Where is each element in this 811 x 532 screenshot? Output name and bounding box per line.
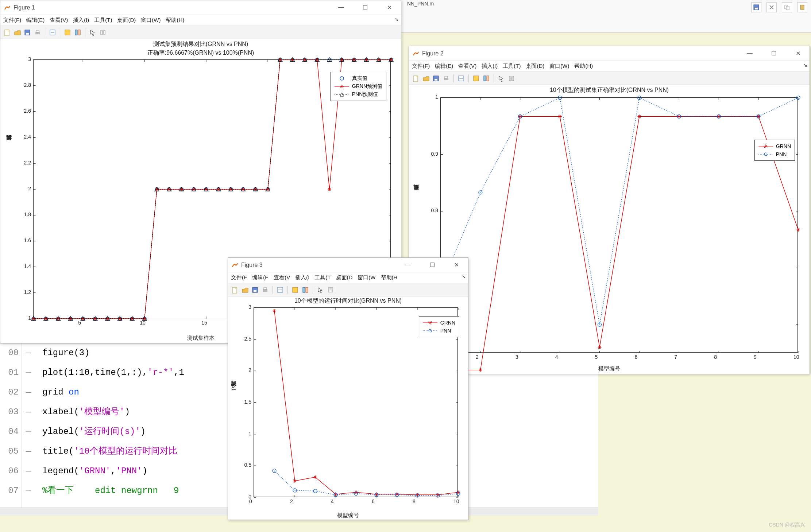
ytick: 1 bbox=[19, 315, 31, 321]
figure-3-window[interactable]: Figure 3 — ☐ ✕ 文件(F编辑(E查看(V插入(I工具(T桌面(D窗… bbox=[228, 257, 468, 520]
open-icon[interactable] bbox=[421, 74, 430, 83]
arrow-icon[interactable] bbox=[316, 286, 325, 294]
open-icon[interactable] bbox=[240, 286, 249, 294]
chart1-title2: 正确率:96.6667%(GRNN) vs 100%(PNN) bbox=[0, 49, 401, 57]
chart2-legend[interactable]: GRNN PNN bbox=[754, 140, 795, 161]
save-icon[interactable] bbox=[23, 28, 32, 37]
ytick: 1.4 bbox=[19, 263, 31, 269]
xtick: 15 bbox=[201, 320, 207, 326]
svg-rect-202 bbox=[254, 290, 256, 292]
menu-item[interactable]: 查看(V bbox=[274, 274, 290, 281]
menu-item[interactable]: 工具(T) bbox=[94, 17, 112, 24]
dock-icon[interactable] bbox=[291, 286, 300, 294]
paste-icon[interactable] bbox=[797, 2, 807, 12]
new-icon[interactable] bbox=[3, 28, 11, 37]
close-button[interactable]: ✕ bbox=[381, 4, 397, 11]
figure-2-window[interactable]: Figure 2 — ☐ ✕ 文件(F)编辑(E)查看(V)插入(I)工具(T)… bbox=[409, 46, 810, 374]
figure-2-menubar[interactable]: 文件(F)编辑(E)查看(V)插入(I)工具(T)桌面(D)窗口(W)帮助(H)… bbox=[409, 61, 810, 72]
save-icon[interactable] bbox=[751, 2, 761, 12]
copy-icon[interactable] bbox=[782, 2, 792, 12]
figure-2-titlebar[interactable]: Figure 2 — ☐ ✕ bbox=[409, 46, 810, 61]
xtick: 7 bbox=[674, 354, 677, 360]
xtick: 5 bbox=[595, 354, 598, 360]
svg-point-247 bbox=[273, 469, 276, 473]
figure-3-titlebar[interactable]: Figure 3 — ☐ ✕ bbox=[228, 258, 468, 272]
figure-3-plot[interactable]: 10个模型的运行时间对比(GRNN vs PNN) 运行时间(s) 模型编号 G… bbox=[228, 296, 468, 520]
link-icon[interactable] bbox=[457, 74, 466, 83]
menu-item[interactable]: 文件(F bbox=[231, 274, 247, 281]
figure-1-toolbar[interactable] bbox=[0, 26, 401, 39]
menu-item[interactable]: 编辑(E) bbox=[435, 63, 453, 70]
menu-item[interactable]: 工具(T bbox=[314, 274, 331, 281]
matlab-icon bbox=[232, 262, 238, 268]
chart2-axes[interactable] bbox=[440, 97, 798, 353]
menu-item[interactable]: 插入(I) bbox=[73, 17, 89, 24]
link-icon[interactable] bbox=[276, 286, 285, 294]
menu-item[interactable]: 编辑(E) bbox=[26, 17, 45, 24]
tile-icon[interactable] bbox=[301, 286, 310, 294]
chart3-xlabel: 模型编号 bbox=[228, 512, 468, 519]
maximize-button[interactable]: ☐ bbox=[766, 50, 782, 57]
insert-icon[interactable] bbox=[326, 286, 335, 294]
close-button[interactable]: ✕ bbox=[790, 50, 806, 57]
menu-item[interactable]: 文件(F) bbox=[412, 63, 430, 70]
save-icon[interactable] bbox=[432, 74, 440, 83]
menu-item[interactable]: 桌面(D) bbox=[117, 17, 136, 24]
menu-item[interactable]: 桌面(D) bbox=[526, 63, 544, 70]
insert-icon[interactable] bbox=[507, 74, 516, 83]
minimize-button[interactable]: — bbox=[333, 4, 349, 11]
menu-item[interactable]: 编辑(E bbox=[252, 274, 269, 281]
print-icon[interactable] bbox=[442, 74, 451, 83]
menu-item[interactable]: 文件(F) bbox=[3, 17, 21, 24]
figure-2-title: Figure 2 bbox=[422, 50, 742, 57]
menu-item[interactable]: 帮助(H bbox=[381, 274, 398, 281]
menu-item[interactable]: 查看(V) bbox=[50, 17, 68, 24]
open-icon[interactable] bbox=[13, 28, 22, 37]
menu-item[interactable]: 帮助(H) bbox=[574, 63, 593, 70]
menu-item[interactable]: 查看(V) bbox=[458, 63, 476, 70]
minimize-button[interactable]: — bbox=[400, 261, 416, 268]
print-icon[interactable] bbox=[33, 28, 42, 37]
figure-1-titlebar[interactable]: Figure 1 — ☐ ✕ bbox=[0, 0, 401, 15]
save-icon[interactable] bbox=[251, 286, 259, 294]
new-icon[interactable] bbox=[230, 286, 239, 294]
editor-dashcol: ———————— bbox=[22, 343, 35, 510]
figure-2-toolbar[interactable] bbox=[409, 72, 810, 85]
dock-icon[interactable] bbox=[63, 28, 72, 37]
figure-2-plot[interactable]: 10个模型的测试集正确率对比(GRNN vs PNN) 测试集正确率 模型编号 … bbox=[409, 85, 810, 374]
menu-item[interactable]: 桌面(D bbox=[336, 274, 353, 281]
arrow-icon[interactable] bbox=[88, 28, 97, 37]
menu-item[interactable]: 插入(I bbox=[295, 274, 309, 281]
menu-item[interactable]: 窗口(W) bbox=[141, 17, 161, 24]
cut-icon[interactable] bbox=[766, 2, 777, 12]
figure-3-toolbar[interactable] bbox=[228, 283, 468, 296]
svg-rect-204 bbox=[264, 288, 267, 290]
menu-item[interactable]: 插入(I) bbox=[482, 63, 498, 70]
insert-icon[interactable] bbox=[99, 28, 107, 37]
menu-item[interactable]: 窗口(W bbox=[358, 274, 375, 281]
arrow-icon[interactable] bbox=[497, 74, 506, 83]
maximize-button[interactable]: ☐ bbox=[424, 261, 440, 268]
figure-1-menubar[interactable]: 文件(F)编辑(E)查看(V)插入(I)工具(T)桌面(D)窗口(W)帮助(H)… bbox=[0, 15, 401, 26]
tile-icon[interactable] bbox=[482, 74, 491, 83]
menu-item[interactable]: 工具(T) bbox=[503, 63, 521, 70]
xtick: 4 bbox=[555, 354, 558, 360]
chart1-title1: 测试集预测结果对比(GRNN vs PNN) bbox=[0, 40, 401, 48]
dock-icon[interactable] bbox=[472, 74, 480, 83]
menu-item[interactable]: 窗口(W) bbox=[549, 63, 569, 70]
menu-item[interactable]: 帮助(H) bbox=[166, 17, 184, 24]
maximize-button[interactable]: ☐ bbox=[357, 4, 373, 11]
matlab-icon bbox=[413, 50, 419, 57]
tile-icon[interactable] bbox=[73, 28, 82, 37]
chart1-legend[interactable]: 真实值 GRNN预测值 PNN预测值 bbox=[331, 72, 386, 101]
figure-3-menubar[interactable]: 文件(F编辑(E查看(V插入(I工具(T桌面(D窗口(W帮助(H↘ bbox=[228, 272, 468, 283]
chart3-legend[interactable]: GRNN PNN bbox=[419, 316, 459, 337]
print-icon[interactable] bbox=[261, 286, 270, 294]
close-button[interactable]: ✕ bbox=[448, 261, 464, 268]
ide-ribbon: NN_PNN.m bbox=[401, 0, 811, 33]
link-icon[interactable] bbox=[48, 28, 57, 37]
minimize-button[interactable]: — bbox=[742, 50, 758, 57]
new-icon[interactable] bbox=[411, 74, 420, 83]
ytick: 1 bbox=[426, 94, 438, 100]
editor-gutter: 0001020304050607 bbox=[0, 343, 22, 510]
